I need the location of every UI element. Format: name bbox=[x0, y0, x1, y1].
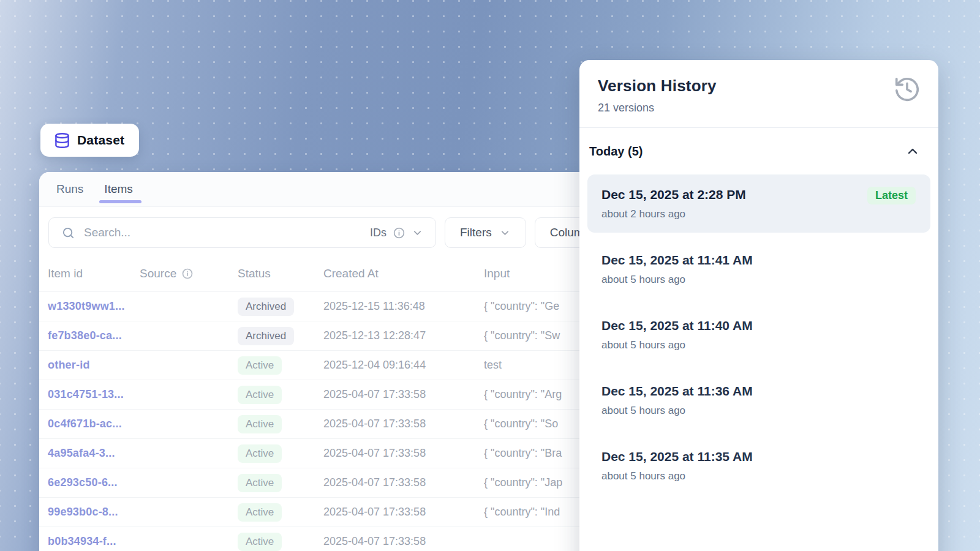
version-relative-time: about 2 hours ago bbox=[601, 208, 916, 220]
created-at-cell: 2025-04-07 17:33:58 bbox=[323, 447, 484, 460]
dataset-chip-label: Dataset bbox=[77, 133, 124, 148]
status-badge: Active bbox=[238, 415, 282, 433]
ids-dropdown[interactable]: IDs bbox=[370, 227, 423, 239]
filters-button-label: Filters bbox=[460, 226, 492, 239]
chevron-down-icon bbox=[412, 227, 423, 239]
status-badge: Archived bbox=[238, 298, 294, 316]
version-timestamp: Dec 15, 2025 at 11:40 AM bbox=[601, 318, 916, 333]
created-at-cell: 2025-04-07 17:33:58 bbox=[323, 418, 484, 430]
item-id-link[interactable]: 6e293c50-6... bbox=[48, 476, 140, 489]
status-cell: Active bbox=[238, 533, 323, 551]
search-icon bbox=[61, 226, 75, 240]
version-timestamp: Dec 15, 2025 at 11:41 AM bbox=[601, 253, 916, 268]
version-timestamp: Dec 15, 2025 at 11:35 AM bbox=[601, 449, 916, 464]
desktop-background: { "colors": { "accent_indigo": "#4f46e5"… bbox=[0, 0, 980, 551]
status-badge: Active bbox=[238, 444, 282, 463]
created-at-cell: 2025-12-13 12:28:47 bbox=[323, 329, 484, 342]
version-group-today[interactable]: Today (5) bbox=[587, 137, 930, 167]
version-entry[interactable]: Dec 15, 2025 at 11:40 AM about 5 hours a… bbox=[587, 305, 930, 364]
column-header-status: Status bbox=[238, 267, 323, 280]
status-cell: Active bbox=[238, 356, 323, 375]
column-header-source: Source bbox=[140, 267, 238, 280]
item-id-link[interactable]: b0b34934-f... bbox=[48, 535, 140, 548]
tab-runs[interactable]: Runs bbox=[56, 172, 83, 206]
version-entry[interactable]: Dec 15, 2025 at 11:35 AM about 5 hours a… bbox=[587, 437, 930, 495]
item-id-link[interactable]: 99e93b0c-8... bbox=[48, 506, 140, 519]
created-at-cell: 2025-04-07 17:33:58 bbox=[323, 535, 484, 548]
version-history-panel: Version History 21 versions Today (5) De… bbox=[579, 60, 938, 551]
item-id-link[interactable]: 4a95afa4-3... bbox=[48, 447, 140, 460]
chevron-down-icon bbox=[499, 227, 511, 239]
created-at-cell: 2025-04-07 17:33:58 bbox=[323, 388, 484, 401]
item-id-link[interactable]: other-id bbox=[48, 359, 140, 372]
version-relative-time: about 5 hours ago bbox=[601, 274, 916, 286]
version-count: 21 versions bbox=[598, 102, 920, 114]
item-id-link[interactable]: w1330t9ww1... bbox=[48, 300, 140, 313]
version-group-label: Today (5) bbox=[589, 144, 643, 159]
status-cell: Archived bbox=[238, 298, 323, 316]
status-badge: Archived bbox=[238, 327, 294, 345]
version-relative-time: about 5 hours ago bbox=[601, 339, 916, 351]
version-entry[interactable]: Dec 15, 2025 at 11:41 AM about 5 hours a… bbox=[587, 240, 930, 298]
version-entry-list: Dec 15, 2025 at 2:28 PM about 2 hours ag… bbox=[587, 174, 930, 495]
status-badge: Active bbox=[238, 386, 282, 404]
history-icon bbox=[893, 75, 921, 103]
info-icon bbox=[181, 268, 194, 280]
version-history-header: Version History 21 versions bbox=[579, 60, 938, 128]
status-cell: Active bbox=[238, 444, 323, 463]
item-id-link[interactable]: 0c4f671b-ac... bbox=[48, 418, 140, 430]
status-cell: Active bbox=[238, 386, 323, 404]
search-placeholder: Search... bbox=[84, 226, 361, 239]
info-icon bbox=[393, 227, 405, 239]
status-cell: Active bbox=[238, 415, 323, 433]
column-header-item-id: Item id bbox=[48, 267, 140, 280]
column-header-created-at: Created At bbox=[323, 267, 484, 280]
version-relative-time: about 5 hours ago bbox=[601, 470, 916, 482]
version-history-title: Version History bbox=[598, 77, 920, 96]
status-cell: Archived bbox=[238, 327, 323, 345]
dataset-chip: Dataset bbox=[40, 124, 139, 157]
filters-button[interactable]: Filters bbox=[445, 217, 526, 248]
item-id-link[interactable]: 031c4751-13... bbox=[48, 388, 140, 401]
created-at-cell: 2025-12-04 09:16:44 bbox=[323, 359, 484, 372]
search-input[interactable]: Search... IDs bbox=[48, 217, 436, 248]
status-badge: Active bbox=[238, 356, 282, 375]
latest-badge: Latest bbox=[867, 187, 916, 204]
status-badge: Active bbox=[238, 503, 282, 522]
version-history-body: Today (5) Dec 15, 2025 at 2:28 PM about … bbox=[579, 128, 938, 503]
status-cell: Active bbox=[238, 474, 323, 492]
created-at-cell: 2025-04-07 17:33:58 bbox=[323, 506, 484, 519]
ids-label: IDs bbox=[370, 227, 386, 239]
version-entry[interactable]: Dec 15, 2025 at 11:36 AM about 5 hours a… bbox=[587, 371, 930, 429]
item-id-link[interactable]: fe7b38e0-ca... bbox=[48, 329, 140, 342]
status-badge: Active bbox=[238, 474, 282, 492]
created-at-cell: 2025-04-07 17:33:58 bbox=[323, 476, 484, 489]
version-entry[interactable]: Dec 15, 2025 at 2:28 PM about 2 hours ag… bbox=[587, 174, 930, 233]
status-cell: Active bbox=[238, 503, 323, 522]
version-timestamp: Dec 15, 2025 at 11:36 AM bbox=[601, 384, 916, 399]
created-at-cell: 2025-12-15 11:36:48 bbox=[323, 300, 484, 313]
database-icon bbox=[54, 132, 70, 149]
status-badge: Active bbox=[238, 533, 282, 551]
version-relative-time: about 5 hours ago bbox=[601, 405, 916, 417]
tab-items[interactable]: Items bbox=[104, 172, 132, 206]
chevron-up-icon[interactable] bbox=[905, 144, 920, 159]
